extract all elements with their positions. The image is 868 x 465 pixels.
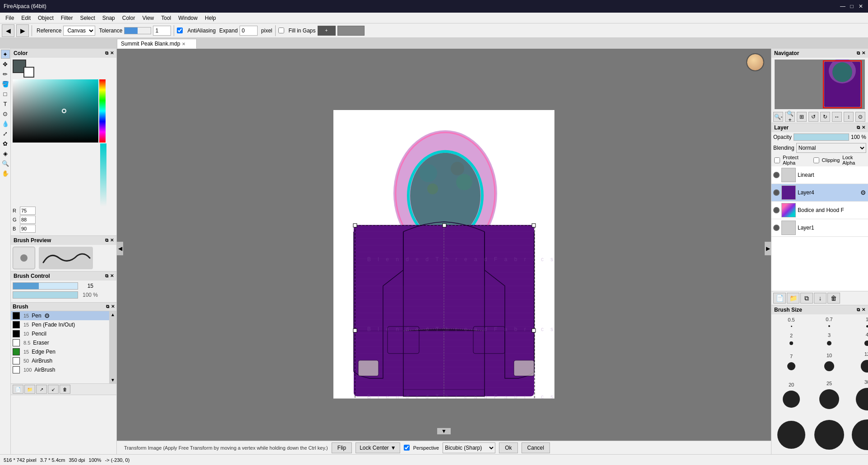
nav-rotate-cw[interactable]: ↻ bbox=[820, 112, 830, 122]
tool-lasso[interactable]: ⊙ bbox=[1, 109, 10, 118]
brush-preview-float[interactable]: ⧉ bbox=[105, 238, 108, 243]
expand-value[interactable] bbox=[240, 26, 258, 36]
layer-panel-close[interactable]: ✕ bbox=[862, 125, 865, 130]
bs-cell-8[interactable]: 7 bbox=[773, 354, 809, 373]
bs-cell-4[interactable]: 2 bbox=[773, 333, 809, 347]
brush-delete-btn[interactable]: 🗑 bbox=[60, 385, 70, 394]
navigator-preview[interactable] bbox=[775, 60, 865, 109]
brush-list-item-6[interactable]: 100AirBrush bbox=[11, 365, 109, 374]
toolbar-nav-next[interactable]: ▶ bbox=[16, 24, 29, 37]
menu-select[interactable]: Select bbox=[76, 14, 98, 22]
navigator-header[interactable]: Navigator ⧉ ✕ bbox=[771, 49, 868, 58]
brush-list-item-5[interactable]: 50AirBrush bbox=[11, 356, 109, 365]
brush-list-item-3[interactable]: 8.5Eraser bbox=[11, 338, 109, 347]
brush-panel-header[interactable]: Brush ⧉ ✕ bbox=[11, 303, 116, 311]
brush-size-float[interactable]: ⧉ bbox=[857, 307, 860, 313]
jacket-artwork[interactable]: B l e n d e d T h r e a d F a b r i c s … bbox=[333, 110, 554, 398]
layer-item-0[interactable]: Lineart bbox=[771, 166, 868, 184]
bs-cell-10[interactable]: 12 bbox=[849, 351, 868, 375]
protect-alpha-checkbox[interactable] bbox=[774, 157, 780, 163]
tool-text[interactable]: T bbox=[1, 99, 10, 108]
brush-gear-0[interactable]: ⚙ bbox=[44, 312, 50, 319]
tool-fill[interactable]: 🪣 bbox=[1, 79, 10, 88]
menu-edit[interactable]: Edit bbox=[18, 14, 34, 22]
brush-size-close[interactable]: ✕ bbox=[862, 307, 865, 313]
canvas-select[interactable]: Canvas bbox=[63, 26, 95, 36]
brush-export-btn[interactable]: ↗ bbox=[36, 385, 47, 394]
brush-panel-float[interactable]: ⧉ bbox=[106, 304, 109, 309]
doc-tab-main[interactable]: Summit Peak Blank.mdp ✕ bbox=[117, 39, 197, 49]
nav-fit[interactable]: ⊞ bbox=[797, 112, 807, 122]
maximize-button[interactable]: □ bbox=[848, 3, 855, 10]
brush-new-btn[interactable]: 📄 bbox=[13, 385, 23, 394]
layer-eye-3[interactable] bbox=[773, 225, 780, 231]
opacity-slider[interactable] bbox=[13, 291, 78, 299]
brush-panel-close[interactable]: ✕ bbox=[111, 304, 115, 309]
nav-zoom-in[interactable]: 🔍+ bbox=[785, 112, 795, 122]
menu-view[interactable]: View bbox=[139, 14, 157, 22]
brush-control-float[interactable]: ⧉ bbox=[105, 273, 108, 279]
blending-mode-select[interactable]: Normal Multiply Screen Overlay bbox=[796, 143, 866, 153]
fill-mode-btn[interactable]: + bbox=[318, 26, 336, 36]
brush-import-btn[interactable]: ↙ bbox=[48, 385, 59, 394]
tool-move[interactable]: ✥ bbox=[1, 60, 10, 69]
bs-cell-18[interactable] bbox=[849, 416, 868, 452]
layer-merge-btn[interactable]: ↓ bbox=[814, 293, 826, 304]
layer-duplicate-btn[interactable]: ⧉ bbox=[800, 293, 813, 304]
menu-help[interactable]: Help bbox=[201, 14, 220, 22]
bs-cell-16[interactable] bbox=[773, 418, 809, 451]
nav-flip-h[interactable]: ↔ bbox=[832, 112, 842, 122]
perspective-checkbox[interactable] bbox=[404, 445, 410, 451]
bs-cell-17[interactable] bbox=[811, 417, 847, 452]
scroll-right-btn[interactable]: ▶ bbox=[765, 242, 771, 255]
fill-gaps-checkbox[interactable] bbox=[278, 28, 284, 33]
brush-list-item-0[interactable]: 15Pen⚙ bbox=[11, 311, 109, 320]
g-input[interactable] bbox=[20, 216, 36, 224]
layer-folder-btn[interactable]: 📁 bbox=[787, 293, 799, 304]
layer-eye-0[interactable] bbox=[773, 172, 780, 178]
close-button[interactable]: ✕ bbox=[857, 3, 864, 10]
cancel-button[interactable]: Cancel bbox=[522, 442, 550, 453]
navigator-float[interactable]: ⧉ bbox=[857, 51, 860, 56]
nav-flip-v[interactable]: ↕ bbox=[844, 112, 854, 122]
scroll-down-btn[interactable]: ▼ bbox=[437, 428, 451, 434]
layer-opacity-slider[interactable] bbox=[794, 134, 849, 141]
tool-transform[interactable]: ⤢ bbox=[1, 129, 10, 138]
tool-zoom[interactable]: 🔍 bbox=[1, 159, 10, 168]
layer-new-btn[interactable]: 📄 bbox=[773, 293, 786, 304]
menu-object[interactable]: Object bbox=[34, 14, 57, 22]
menu-filter[interactable]: Filter bbox=[57, 14, 77, 22]
layer-item-2[interactable]: Bodice and Hood F bbox=[771, 202, 868, 219]
menu-file[interactable]: File bbox=[2, 14, 18, 22]
layer-item-3[interactable]: Layer1 bbox=[771, 219, 868, 237]
tool-shape[interactable]: □ bbox=[1, 89, 10, 98]
color-panel-float[interactable]: ⧉ bbox=[105, 51, 108, 56]
tool-gradient[interactable]: ◈ bbox=[1, 149, 10, 158]
layer-panel-float[interactable]: ⧉ bbox=[857, 125, 860, 130]
bs-cell-12[interactable]: 20 bbox=[773, 382, 809, 410]
brush-list-scroll-down[interactable]: ▼ bbox=[111, 378, 115, 382]
menu-window[interactable]: Window bbox=[175, 14, 201, 22]
nav-reset[interactable]: ⊙ bbox=[855, 112, 865, 122]
layer-item-1[interactable]: Layer4⚙ bbox=[771, 184, 868, 202]
bs-cell-2[interactable]: 1 bbox=[849, 317, 868, 330]
bs-cell-13[interactable]: 25 bbox=[811, 381, 847, 411]
bs-cell-1[interactable]: 0.7 bbox=[811, 317, 847, 329]
bs-cell-14[interactable]: 30 bbox=[849, 379, 868, 413]
brush-size-header[interactable]: Brush Size ⧉ ✕ bbox=[771, 305, 868, 314]
canvas-area[interactable]: B l e n d e d T h r e a d F a b r i c s … bbox=[117, 49, 771, 448]
brush-list-item-1[interactable]: 15Pen (Fade In/Out) bbox=[11, 320, 109, 329]
tool-brush[interactable]: ✏ bbox=[1, 69, 10, 78]
bs-cell-6[interactable]: 4 bbox=[849, 332, 868, 348]
nav-rotate-ccw[interactable]: ↺ bbox=[808, 112, 818, 122]
navigator-close[interactable]: ✕ bbox=[862, 51, 865, 56]
brush-control-close[interactable]: ✕ bbox=[110, 273, 114, 279]
brush-folder-btn[interactable]: 📁 bbox=[24, 385, 35, 394]
layer-delete-btn[interactable]: 🗑 bbox=[827, 293, 840, 304]
brush-list-item-2[interactable]: 10Pencil bbox=[11, 329, 109, 338]
flip-button[interactable]: Flip bbox=[332, 442, 352, 453]
lock-center-button[interactable]: Lock Center ▼ bbox=[356, 442, 400, 453]
nav-zoom-out[interactable]: 🔍- bbox=[773, 112, 783, 122]
size-slider[interactable] bbox=[13, 282, 78, 290]
color-panel-header[interactable]: Color ⧉ ✕ bbox=[11, 49, 116, 58]
